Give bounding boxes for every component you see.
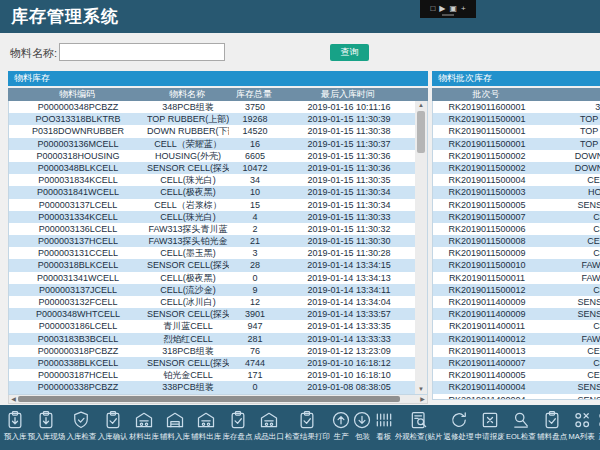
capture-icon-1[interactable]: □ [430,5,435,13]
toolbar-item-18[interactable]: 辅料盘点 [537,410,567,442]
table-row[interactable]: RK2019011500009CELL(珠光白) [433,247,600,259]
toolbar-item-15[interactable]: 返修处理 [444,410,474,442]
toolbar-item-13[interactable]: 看板 [374,410,394,442]
table-row[interactable]: RK2019011500010FAW313探头青川蓝 [433,259,600,271]
query-button[interactable]: 查询 [330,44,369,61]
table-row[interactable]: P0000318BLKCELLSENSOR CELL(探头)282019-01-… [9,259,417,271]
scroll-thumb[interactable] [18,396,400,402]
table-row[interactable]: P000000348PCBZZ348PCB组装37502019-01-16 10… [9,101,417,113]
table-row[interactable]: RK2019011500002DOWN RUBBER(下部) [433,150,600,162]
table-row[interactable]: P000003137JCELLCELL(流沙金)92019-01-14 13:3… [9,284,417,296]
table-row[interactable]: P0318DOWNRUBBERDOWN RUBBER(下部)145202019-… [9,125,417,137]
toolbar-items: 预入库预入库现场入库检查入库确认材料出库辅料入库辅料出库库存盘点成品出口检查结果… [0,405,600,442]
toolbar-item-9[interactable]: 成品出口 [254,410,284,442]
cell: P0000318BLKCELL [9,259,147,271]
capture-icon-4[interactable]: + [461,5,466,13]
table-row[interactable]: P000031834KCELLCELL(珠光白)342019-01-15 11:… [9,174,417,186]
toolbar-item-8[interactable]: 库存盘点 [223,410,253,442]
warehouse-out-icon [196,410,216,430]
toolbar-item-7[interactable]: 辅料出库 [191,410,221,442]
table-row[interactable]: RK2019011400005CELL（岩浆棕） [433,369,600,381]
cell: 2019-01-15 11:30:35 [281,174,417,186]
table-row[interactable]: RK2019011400013CELL（荣耀蓝） [433,345,600,357]
table-row[interactable]: P000003131CCELLCELL(墨玉黑)32019-01-15 11:3… [9,247,417,259]
table-row[interactable]: P000003186LCELL青川蓝CELL9472019-01-14 13:3… [9,320,417,332]
cell: 3901 [229,308,281,320]
toolbar-item-1[interactable]: 预入库 [4,410,27,442]
table-row[interactable]: P000031841WCELLCELL(极夜黑)102019-01-15 11:… [9,186,417,198]
cell: RK2019011400004 [433,394,541,400]
table-row[interactable]: P0000348WHTCELLSENSOR CELL(探头)39012019-0… [9,308,417,320]
scroll-right-icon[interactable]: ▶ [418,395,427,404]
table-row[interactable]: RK2019011500001TOP RUBBER(上部) [433,138,600,150]
scroll-thumb[interactable] [417,111,425,153]
toolbar-item-19[interactable]: MA列表 [568,410,594,442]
bottom-toolbar: 预入库预入库现场入库检查入库确认材料出库辅料入库辅料出库库存盘点成品出口检查结果… [0,405,600,450]
table-row[interactable]: P000003132FCELLCELL(冰川白)122019-01-14 13:… [9,296,417,308]
table-row[interactable]: P000003136LCELLFAW313探头青川蓝22019-01-15 11… [9,223,417,235]
table-row[interactable]: RK2019011500004CELL（荣耀蓝） [433,174,600,186]
table-row[interactable]: P0000318HOUSINGHOUSING(外壳)66052019-01-15… [9,150,417,162]
scroll-left-icon[interactable]: ◀ [9,395,18,404]
left-horizontal-scrollbar[interactable]: ◀ ▶ [8,395,428,404]
scroll-up-icon[interactable]: ▲ [415,101,427,110]
cell: 21 [229,235,281,247]
left-vertical-scrollbar[interactable]: ▲ ▼ [415,101,427,394]
toolbar-item-10[interactable]: 检查结果打印 [285,410,330,442]
toolbar-item-11[interactable]: 生产 [331,410,351,442]
table-row[interactable]: P000003136MCELLCELL（荣耀蓝）162019-01-15 11:… [9,138,417,150]
capture-icon-2[interactable]: ▶ [439,5,445,13]
toolbar-item-5[interactable]: 材料出库 [129,410,159,442]
cell: 2019-01-14 13:33:35 [281,320,417,332]
toolbar-item-12[interactable]: 包装 [352,410,372,442]
table-row[interactable]: RK2019011400004SENSOR CELL(探头) [433,394,600,400]
toolbar-item-17[interactable]: EOL检查 [506,410,536,442]
table-row[interactable]: RK2019011500002DOWN RUBBER(下部) [433,162,600,174]
toolbar-item-6[interactable]: 辅料入库 [160,410,190,442]
table-row[interactable]: RK2019011400011CELL(流沙金) [433,320,600,332]
table-row[interactable]: POO313318BLKTRBTOP RUBBER(上部)192682019-0… [9,113,417,125]
table-row[interactable]: P000031341WCELLCELL(极夜黑)02019-01-14 13:3… [9,272,417,284]
table-row[interactable]: RK2019011500012CELL(墨玉黑) [433,284,600,296]
table-row[interactable]: RK2019011500011FAW313探头铂光金 [433,272,600,284]
circle-arrow-down-icon [352,410,372,430]
table-row[interactable]: RK2019011500007CELL(珠光白) [433,211,600,223]
cell: RK2019011400005 [433,369,541,381]
table-row[interactable]: P0003183B3BCELL烈焰红CELL2812019-01-14 13:3… [9,333,417,345]
table-row[interactable]: RK2019011500005SENSOR CELL(探头) [433,199,600,211]
table-row[interactable]: RK2019011400009SENSOR CELL(探头) [433,308,600,320]
table-row[interactable]: P000000318PCBZZ318PCB组装762019-01-12 13:2… [9,345,417,357]
table-row[interactable]: RK2019011400007CELL(冰川白) [433,357,600,369]
table-row[interactable]: P000003137LCELLCELL（岩浆棕）152019-01-15 11:… [9,199,417,211]
table-row[interactable]: RK2019011500001TOP RUBBER(上部) [433,125,600,137]
cell: P0000338BLKCELL [9,357,147,369]
toolbar-item-20[interactable]: 产品 [596,410,600,442]
toolbar-item-4[interactable]: 入库确认 [98,410,128,442]
table-row[interactable]: RK2019011600001348PCB组装 [433,101,600,113]
table-row[interactable]: P000000338PCBZZ338PCB组装02019-01-08 08:38… [9,381,417,393]
toolbar-item-14[interactable]: 外观检查(贴片 [395,410,443,442]
toolbar-item-label: 包装 [355,432,370,442]
table-row[interactable]: RK2019011500001TOP RUBBER(上部) [433,113,600,125]
table-row[interactable]: RK2019011400004SENSOR CELL(探头) [433,381,600,393]
table-row[interactable]: P0000348BLKCELLSENSOR CELL(探头)104722019-… [9,162,417,174]
table-row[interactable]: P000003187HCELL铂光金CELL1712019-01-10 16:1… [9,369,417,381]
table-row[interactable]: RK2019011400012FAW313探头铂光金 [433,333,600,345]
toolbar-item-2[interactable]: 预入库现场 [28,410,66,442]
table-row[interactable]: P000003137HCELLFAW313探头铂光金212019-01-15 1… [9,235,417,247]
capture-icon-3[interactable]: ▣ [449,5,457,13]
toolbar-item-16[interactable]: 申请报废 [475,410,505,442]
cell: DOWN RUBBER(下部) [541,150,600,162]
capture-toolbar[interactable]: □▶▣+ [420,0,476,18]
table-row[interactable]: RK2019011400009SENSOR CELL(探头) [433,296,600,308]
cell: SENSOR CELL(探头) [541,394,600,400]
table-row[interactable]: P0000338BLKCELLSENSOR CELL(探头)47442019-0… [9,357,417,369]
toolbar-item-3[interactable]: 入库检查 [66,410,96,442]
table-row[interactable]: RK2019011500003HOUSING(外壳) [433,186,600,198]
scroll-down-icon[interactable]: ▼ [415,385,427,394]
table-row[interactable]: P000031334KCELLCELL(珠光白)42019-01-15 11:3… [9,211,417,223]
list-circles-icon [596,410,600,430]
table-row[interactable]: RK2019011500006CELL(极夜黑) [433,223,600,235]
table-row[interactable]: RK2019011500008CELL（岩浆棕） [433,235,600,247]
material-name-input[interactable] [59,43,225,61]
